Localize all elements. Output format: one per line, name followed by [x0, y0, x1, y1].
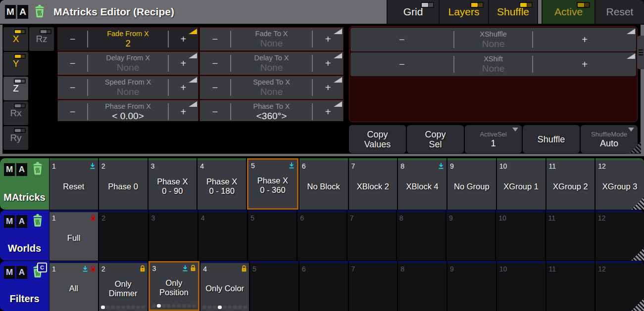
pool-item-filters-5[interactable]: 5 — [250, 261, 298, 311]
dropdown-label: ShuffleMode — [591, 131, 627, 138]
pool-item-label: XBlock 2 — [350, 167, 396, 206]
increment-button[interactable]: + — [313, 100, 343, 121]
trash-icon[interactable] — [34, 4, 46, 20]
control-field[interactable]: Speed To XNone — [231, 76, 312, 99]
topbar-button-active[interactable]: Active — [543, 0, 594, 24]
pool-item-filters-8[interactable]: 8 — [398, 261, 446, 311]
axis-button-rz[interactable]: Rz — [29, 27, 54, 51]
decrement-button[interactable]: − — [58, 76, 87, 99]
pool-item-matricks-6[interactable]: 6No Block — [299, 158, 348, 210]
pool-resize-grip-icon[interactable] — [631, 298, 644, 311]
pool-item-matricks-2[interactable]: 2Phase 0 — [99, 158, 148, 210]
control-value: 2 — [125, 38, 131, 49]
topbar-button-shuffle[interactable]: Shuffle — [489, 0, 537, 24]
increment-button[interactable]: + — [533, 52, 636, 76]
pool-item-matricks-3[interactable]: 3Phase X 0 - 90 — [149, 158, 197, 210]
increment-button[interactable]: + — [533, 28, 636, 51]
decrement-button[interactable]: − — [200, 28, 230, 50]
pool-item-label: No Block — [300, 167, 347, 206]
decrement-button[interactable]: − — [200, 52, 230, 75]
pool-items: 1All2Only Dimmer3Only Position4Only Colo… — [50, 261, 644, 311]
controls-to-column: −Fade To XNone+−Delay To XNone+−Speed To… — [199, 27, 344, 121]
increment-button[interactable]: + — [169, 100, 198, 121]
pool-resize-grip-icon[interactable] — [631, 248, 644, 261]
pool-item-matricks-5[interactable]: 5Phase X 0 - 360 — [247, 158, 298, 210]
pool-item-filters-7[interactable]: 7 — [349, 261, 397, 311]
axis-button-rx[interactable]: Rx — [3, 101, 28, 125]
pool-item-number: 9 — [449, 214, 453, 222]
pool-item-worlds-10[interactable]: 10 — [496, 210, 545, 261]
pool-item-filters-9[interactable]: 9 — [447, 261, 496, 311]
pool-item-worlds-4[interactable]: 4 — [198, 210, 247, 261]
decrement-button[interactable]: − — [58, 28, 87, 50]
pool-item-worlds-9[interactable]: 9 — [446, 210, 495, 261]
pool-item-worlds-6[interactable]: 6 — [297, 210, 346, 261]
pool-item-filters-11[interactable]: 11 — [546, 261, 595, 311]
pool-item-matricks-4[interactable]: 4Phase X 0 - 180 — [198, 158, 246, 210]
pool-header-worlds[interactable]: MAWorlds — [0, 210, 49, 261]
control-field[interactable]: Speed From XNone — [88, 76, 167, 99]
pool-item-filters-3[interactable]: 3Only Position — [149, 261, 200, 311]
control-field[interactable]: Fade To XNone — [231, 28, 312, 50]
pool-item-filters-6[interactable]: 6 — [299, 261, 348, 311]
pool-item-matricks-11[interactable]: 11XGroup 2 — [546, 158, 595, 210]
pool-item-worlds-11[interactable]: 11 — [546, 210, 594, 261]
control-field[interactable]: Phase To X<360°> — [231, 100, 312, 121]
control-field[interactable]: Phase From X< 0.00> — [88, 100, 167, 121]
pool-item-filters-2[interactable]: 2Only Dimmer — [99, 261, 148, 311]
pool-item-filters-1[interactable]: 1All — [50, 261, 98, 311]
dropdown-activesel[interactable]: ActiveSel1 — [465, 125, 522, 153]
decrement-button[interactable]: − — [200, 100, 230, 121]
pool-item-worlds-8[interactable]: 8 — [397, 210, 446, 261]
pool-item-worlds-5[interactable]: 5 — [248, 210, 297, 261]
pool-item-filters-4[interactable]: 4Only Color — [200, 261, 249, 311]
axis-button-y[interactable]: Y — [3, 52, 28, 76]
pool-item-matricks-10[interactable]: 10XGroup 1 — [497, 158, 545, 210]
pool-item-matricks-7[interactable]: 7XBlock 2 — [349, 158, 397, 210]
filter-segment — [207, 306, 211, 309]
axis-button-ry[interactable]: Ry — [3, 126, 28, 150]
pool-item-label: All — [50, 270, 97, 307]
decrement-button[interactable]: − — [58, 100, 87, 121]
pool-logo: MA — [0, 210, 49, 229]
pool-header-filters[interactable]: MACFilters — [0, 261, 49, 311]
decrement-button[interactable]: − — [350, 52, 453, 76]
topbar-button-grid[interactable]: Grid — [388, 0, 439, 24]
pool-item-filters-10[interactable]: 10 — [497, 261, 545, 311]
axis-button-x[interactable]: X — [3, 27, 28, 51]
button-copy-values[interactable]: Copy Values — [349, 125, 406, 153]
button-copy-sel[interactable]: Copy Sel — [407, 125, 464, 153]
trash-icon[interactable] — [32, 214, 44, 229]
filter-segment — [126, 306, 130, 309]
dropdown-shufflemode[interactable]: ShuffleModeAuto — [581, 125, 638, 153]
control-phase-from-x: −Phase From X< 0.00>+ — [57, 100, 198, 121]
control-field[interactable]: Fade From X2 — [88, 28, 167, 50]
button-shuffle[interactable]: Shuffle — [523, 125, 580, 153]
control-field[interactable]: Delay To XNone — [231, 52, 312, 75]
decrement-button[interactable]: − — [350, 28, 453, 51]
pool-item-matricks-8[interactable]: 8XBlock 4 — [398, 158, 446, 210]
axis-button-z[interactable]: Z — [3, 77, 28, 100]
pool-item-matricks-9[interactable]: 9No Group — [447, 158, 496, 210]
topbar-button-reset[interactable]: Reset — [595, 0, 644, 24]
pool-item-worlds-3[interactable]: 3 — [149, 210, 198, 261]
pool-item-worlds-7[interactable]: 7 — [347, 210, 396, 261]
pool-item-matricks-1[interactable]: 1Reset — [50, 158, 98, 210]
decrement-button[interactable]: − — [200, 76, 230, 99]
filter-segment — [228, 306, 232, 309]
control-field[interactable]: XShuffleNone — [454, 28, 533, 51]
pool-item-worlds-1[interactable]: 1Full — [50, 210, 98, 261]
pool-item-filters-12[interactable]: 12 — [595, 261, 644, 311]
control-field[interactable]: XShiftNone — [454, 52, 533, 76]
pool-header-matricks[interactable]: MAMAtricks — [0, 158, 49, 210]
pool-item-number: 11 — [549, 265, 556, 273]
topbar-button-layers[interactable]: Layers — [440, 0, 488, 24]
scrollbar-handle[interactable] — [637, 36, 644, 69]
filter-segments — [152, 304, 197, 308]
pool-item-matricks-12[interactable]: 12XGroup 3 — [595, 158, 644, 210]
pool-item-worlds-12[interactable]: 12 — [595, 210, 644, 261]
decrement-button[interactable]: − — [58, 52, 87, 75]
control-field[interactable]: Delay From XNone — [88, 52, 167, 75]
trash-icon[interactable] — [32, 162, 44, 177]
pool-item-worlds-2[interactable]: 2 — [99, 210, 148, 261]
